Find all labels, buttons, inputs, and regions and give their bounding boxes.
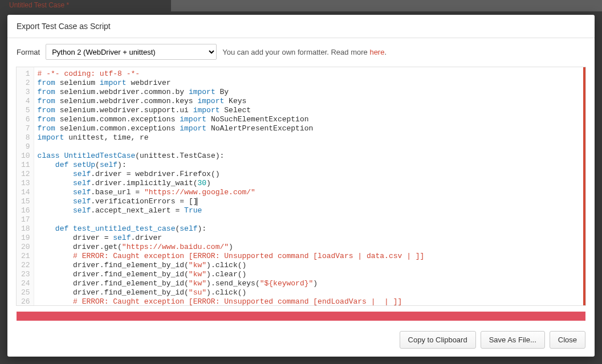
close-button[interactable]: Close <box>550 331 585 349</box>
modal-title: Export Test Case as Script <box>7 15 595 38</box>
line-number: 21 <box>21 252 30 261</box>
line-number: 26 <box>21 297 30 306</box>
code-line[interactable]: # ERROR: Caught exception [ERROR: Unsupp… <box>38 297 582 305</box>
format-label: Format <box>17 48 40 56</box>
code-line[interactable]: from selenium.webdriver.common.keys impo… <box>38 97 582 106</box>
line-number: 20 <box>21 243 30 252</box>
code-line[interactable]: driver.find_element_by_id("kw").clear() <box>38 270 582 279</box>
code-line[interactable]: from selenium.common.exceptions import N… <box>38 124 582 133</box>
background-panel <box>171 0 602 11</box>
save-as-file-button[interactable]: Save As File... <box>481 331 545 349</box>
line-number: 3 <box>21 88 30 97</box>
code-line[interactable]: from selenium.webdriver.common.by import… <box>38 88 582 97</box>
line-number: 14 <box>21 188 30 197</box>
code-line[interactable]: import unittest, time, re <box>38 133 582 142</box>
line-number: 7 <box>21 124 30 133</box>
code-line[interactable]: driver.find_element_by_id("kw").click() <box>38 261 582 270</box>
line-number: 17 <box>21 215 30 224</box>
format-hint-prefix: You can add your own formatter. Read mor… <box>222 48 369 56</box>
line-number: 2 <box>21 79 30 88</box>
export-modal: Export Test Case as Script Format Python… <box>7 15 595 357</box>
code-line[interactable]: self.verificationErrors = [] <box>38 197 582 206</box>
code-line[interactable]: self.base_url = "https://www.google.com/… <box>38 188 582 197</box>
line-number: 23 <box>21 270 30 279</box>
line-number: 1 <box>21 69 30 79</box>
text-cursor <box>197 198 197 206</box>
line-number: 10 <box>21 152 30 161</box>
line-number: 6 <box>21 115 30 124</box>
line-number: 16 <box>21 206 30 215</box>
format-toolbar: Format Python 2 (WebDriver + unittest) Y… <box>7 38 595 67</box>
format-hint-suffix: . <box>384 48 387 56</box>
line-number: 4 <box>21 97 30 106</box>
format-hint: You can add your own formatter. Read mor… <box>222 48 387 56</box>
code-line[interactable]: self.accept_next_alert = True <box>38 206 582 215</box>
code-line[interactable]: self.driver = webdriver.Firefox() <box>38 170 582 179</box>
line-number: 24 <box>21 279 30 288</box>
line-number: 19 <box>21 234 30 243</box>
line-number: 9 <box>21 142 30 152</box>
line-number: 12 <box>21 170 30 179</box>
code-line[interactable] <box>38 215 582 224</box>
code-line[interactable]: driver.get("https://www.baidu.com/") <box>38 243 582 252</box>
code-line[interactable]: driver.find_element_by_id("su").click() <box>38 288 582 297</box>
line-number: 11 <box>21 161 30 170</box>
code-editor[interactable]: 1234567891011121314151617181920212223242… <box>16 67 586 306</box>
line-number: 13 <box>21 179 30 188</box>
format-hint-link[interactable]: here <box>369 48 384 56</box>
line-number: 8 <box>21 133 30 142</box>
code-line[interactable]: from selenium import webdriver <box>38 79 582 88</box>
code-line[interactable]: def test_untitled_test_case(self): <box>38 224 582 234</box>
line-number: 15 <box>21 197 30 206</box>
code-line[interactable]: class UntitledTestCase(unittest.TestCase… <box>38 152 582 161</box>
line-number: 18 <box>21 224 30 234</box>
line-number: 22 <box>21 261 30 270</box>
code-line[interactable]: def setUp(self): <box>38 161 582 170</box>
line-number: 25 <box>21 288 30 297</box>
code-line[interactable]: # ERROR: Caught exception [ERROR: Unsupp… <box>38 252 582 261</box>
code-content[interactable]: # -*- coding: utf-8 -*-from selenium imp… <box>34 67 585 305</box>
code-line[interactable]: from selenium.webdriver.support.ui impor… <box>38 106 582 115</box>
line-number: 5 <box>21 106 30 115</box>
code-scrollbar-indicator[interactable] <box>583 67 585 305</box>
code-line[interactable]: # -*- coding: utf-8 -*- <box>38 69 582 79</box>
background-title: Untitled Test Case * <box>9 1 69 9</box>
modal-footer: Copy to Clipboard Save As File... Close <box>7 326 595 357</box>
format-select[interactable]: Python 2 (WebDriver + unittest) <box>46 44 217 60</box>
code-line[interactable]: self.driver.implicitly_wait(30) <box>38 179 582 188</box>
code-line[interactable]: from selenium.common.exceptions import N… <box>38 115 582 124</box>
code-line[interactable]: driver = self.driver <box>38 234 582 243</box>
code-line[interactable] <box>38 142 582 152</box>
copy-to-clipboard-button[interactable]: Copy to Clipboard <box>400 331 476 349</box>
status-bar <box>17 312 585 321</box>
code-gutter: 1234567891011121314151617181920212223242… <box>17 67 34 305</box>
code-line[interactable]: driver.find_element_by_id("kw").send_key… <box>38 279 582 288</box>
